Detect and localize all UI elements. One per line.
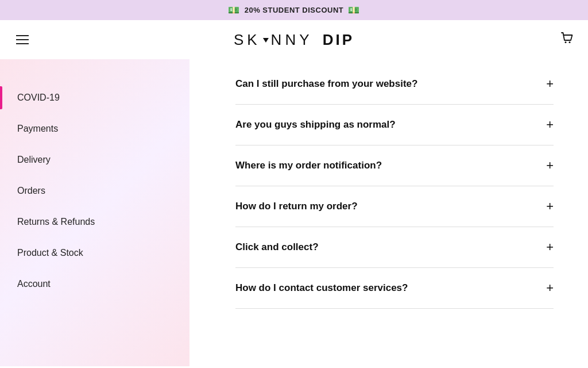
sidebar-item-account[interactable]: Account	[0, 269, 189, 300]
logo-nny: NNY	[271, 31, 313, 49]
hamburger-line-1	[16, 35, 29, 36]
money-icon-left: 💵	[228, 5, 240, 16]
banner-text: 20% STUDENT DISCOUNT	[245, 6, 344, 14]
svg-point-0	[565, 41, 567, 43]
faq-question-5: Click and collect?	[235, 241, 546, 253]
faq-question-1: Can I still purchase from your website?	[235, 78, 546, 90]
site-logo[interactable]: SKNNY DIP	[234, 31, 354, 49]
faq-plus-icon-1: +	[546, 76, 554, 91]
faq-plus-icon-5: +	[546, 240, 554, 255]
sidebar-label-covid-19: COVID-19	[17, 93, 60, 102]
faq-content: Can I still purchase from your website? …	[189, 59, 588, 366]
sidebar-label-orders: Orders	[17, 186, 45, 195]
top-banner: 💵 20% STUDENT DISCOUNT 💵	[0, 0, 588, 20]
faq-item-3[interactable]: Where is my order notification? +	[235, 145, 554, 186]
sidebar-label-returns-refunds: Returns & Refunds	[17, 217, 95, 227]
sidebar-label-account: Account	[17, 279, 51, 289]
sidebar-label-payments: Payments	[17, 124, 58, 133]
faq-plus-icon-2: +	[546, 117, 554, 132]
faq-item-4[interactable]: How do I return my order? +	[235, 186, 554, 227]
faq-item-1[interactable]: Can I still purchase from your website? …	[235, 71, 554, 105]
sidebar-item-covid-19[interactable]: COVID-19	[0, 82, 189, 113]
logo-triangle-icon	[263, 38, 269, 43]
sidebar-label-delivery: Delivery	[17, 155, 51, 164]
hamburger-menu[interactable]	[14, 33, 31, 47]
sidebar-item-product-stock[interactable]: Product & Stock	[0, 237, 189, 269]
hamburger-line-3	[16, 43, 29, 44]
faq-item-2[interactable]: Are you guys shipping as normal? +	[235, 105, 554, 145]
faq-plus-icon-3: +	[546, 158, 554, 173]
faq-plus-icon-4: +	[546, 199, 554, 214]
header: SKNNY DIP	[0, 20, 588, 59]
sidebar: COVID-19 Payments Delivery Orders Return…	[0, 59, 189, 366]
faq-question-6: How do I contact customer services?	[235, 282, 546, 294]
cart-button[interactable]	[559, 30, 574, 49]
sidebar-item-orders[interactable]: Orders	[0, 175, 189, 206]
faq-item-5[interactable]: Click and collect? +	[235, 227, 554, 268]
sidebar-label-product-stock: Product & Stock	[17, 248, 83, 258]
sidebar-item-returns-refunds[interactable]: Returns & Refunds	[0, 206, 189, 237]
money-icon-right: 💵	[348, 5, 360, 16]
faq-question-2: Are you guys shipping as normal?	[235, 119, 546, 131]
faq-plus-icon-6: +	[546, 281, 554, 296]
svg-point-1	[569, 41, 571, 43]
faq-question-3: Where is my order notification?	[235, 160, 546, 171]
sidebar-item-payments[interactable]: Payments	[0, 113, 189, 144]
sidebar-item-delivery[interactable]: Delivery	[0, 144, 189, 175]
faq-question-4: How do I return my order?	[235, 201, 546, 212]
hamburger-line-2	[16, 39, 29, 40]
logo-dip: DIP	[323, 31, 354, 49]
logo-sk: SK	[234, 31, 261, 49]
main-content: COVID-19 Payments Delivery Orders Return…	[0, 59, 588, 366]
faq-item-6[interactable]: How do I contact customer services? +	[235, 268, 554, 309]
